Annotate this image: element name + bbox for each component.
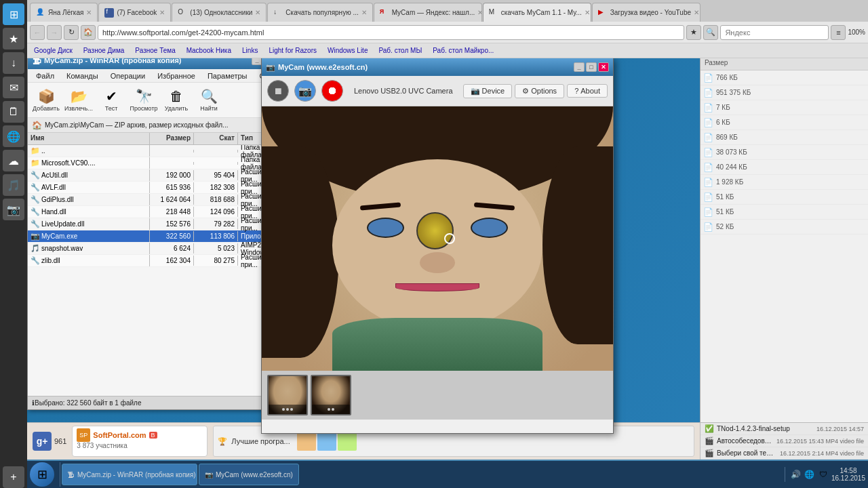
file-icon: 📷: [31, 232, 40, 240]
tray-shield-icon[interactable]: 🛡: [818, 469, 829, 480]
winrar-add-button[interactable]: 📦 Добавить: [31, 85, 62, 116]
search-input[interactable]: [720, 25, 829, 40]
winrar-delete-button[interactable]: 🗑 Удалить: [161, 85, 192, 116]
list-item[interactable]: 📄 869 КБ: [701, 130, 868, 145]
bookmark-2[interactable]: Разное Дима: [79, 46, 129, 55]
taskbar-left-icon-5[interactable]: 🗒: [3, 101, 24, 123]
table-row[interactable]: 🔧zlib.dll 162 304 80 275 Расширение при.…: [28, 255, 291, 267]
tray-network-icon[interactable]: 🌐: [804, 469, 815, 480]
list-item[interactable]: 📄 38 073 КБ: [701, 145, 868, 160]
taskbar-left-icon-8[interactable]: 🎵: [3, 174, 24, 196]
mycam-maximize-button[interactable]: □: [586, 62, 597, 72]
list-item[interactable]: 📄 51 КБ: [701, 190, 868, 205]
mycam-camera-button[interactable]: 📷: [294, 80, 316, 102]
winrar-find-button[interactable]: 🔍 Найти: [193, 85, 224, 116]
list-item[interactable]: 📄 52 КБ: [701, 220, 868, 235]
taskbar-left-icon-6[interactable]: 🌐: [3, 125, 24, 147]
bookmark-3[interactable]: Разное Тема: [131, 46, 179, 55]
start-button[interactable]: ⊞: [30, 462, 54, 487]
list-item[interactable]: ✅ TNod-1.4.2.3-final-setup 16.12.2015 14…: [701, 423, 868, 435]
upload-item-icon: 📄: [703, 148, 713, 157]
bookmark-6[interactable]: Light for Razors: [264, 46, 321, 55]
list-item[interactable]: 📄 766 КБ: [701, 70, 868, 85]
list-item[interactable]: 📄 951 375 КБ: [701, 85, 868, 100]
taskbar-left-icon-1[interactable]: ⊞: [3, 3, 24, 25]
tab-6[interactable]: М скачать MyCam 1.1 - My... ✕: [483, 3, 591, 22]
download-item-name: TNod-1.4.2.3-final-setup: [717, 425, 814, 432]
tab-1[interactable]: 👤 Яна Лёгкая ✕: [30, 3, 98, 22]
tab-5-close[interactable]: ✕: [477, 9, 482, 16]
file-size: 152 576: [150, 219, 194, 229]
tab-3-close[interactable]: ✕: [255, 9, 260, 16]
mycam-preview: [262, 106, 613, 371]
tab-4-close[interactable]: ✕: [361, 9, 367, 16]
mycam-minimize-button[interactable]: _: [574, 62, 585, 72]
list-item[interactable]: 📄 6 КБ: [701, 115, 868, 130]
thumb-2-dot: [328, 408, 330, 411]
upload-item-size: 951 375 КБ: [716, 89, 751, 96]
winrar-test-button[interactable]: ✔ Тест: [96, 85, 127, 116]
address-bar[interactable]: [98, 25, 684, 40]
mycam-device-menu[interactable]: 📷 Device: [463, 84, 513, 98]
tab-6-close[interactable]: ✕: [585, 9, 590, 16]
mycam-about-menu[interactable]: ? About: [567, 84, 608, 98]
bookmark-button[interactable]: ★: [686, 25, 701, 40]
list-item[interactable]: 📄 51 КБ: [701, 205, 868, 220]
search-icon[interactable]: 🔍: [703, 25, 718, 40]
bookmark-4[interactable]: Macbook Ника: [182, 46, 235, 55]
file-packed: 113 806: [194, 231, 238, 241]
tab-2[interactable]: f (7) Facebook ✕: [98, 3, 171, 22]
list-item[interactable]: 📄 7 КБ: [701, 100, 868, 115]
taskbar-left-icon-3[interactable]: ↓: [3, 52, 24, 74]
reload-button[interactable]: ↻: [64, 25, 79, 40]
upload-item-icon: 📄: [703, 178, 713, 187]
winrar-menu-favorites[interactable]: Избранное: [152, 71, 201, 81]
mycam-about-label: About: [580, 87, 600, 95]
winrar-view-button[interactable]: 🔭 Просмотр: [128, 85, 159, 116]
tab-7[interactable]: ▶ Загрузка видео - YouTube ✕: [592, 3, 701, 22]
bookmark-8[interactable]: Раб. стол МЫ: [374, 46, 426, 55]
tab-4[interactable]: ↓ Скачать популярную ... ✕: [267, 3, 372, 22]
list-item[interactable]: 📄 1 928 КБ: [701, 175, 868, 190]
taskbar-task[interactable]: 📷MyCam (www.e2esoft.cn): [199, 464, 299, 485]
winrar-menu-commands[interactable]: Команды: [61, 71, 104, 81]
table-row[interactable]: 🔧LiveUpdate.dll 152 576 79 282 Расширени…: [28, 218, 291, 230]
bookmark-9[interactable]: Раб. стол Майкро...: [429, 46, 498, 55]
winrar-extract-button[interactable]: 📂 Извлечь...: [63, 85, 94, 116]
tab-3[interactable]: О (13) Одноклассники ✕: [172, 3, 267, 22]
taskbar-left-icon-4[interactable]: ✉: [3, 77, 24, 98]
softportal-badge[interactable]: SP SoftPortal.com B 3 873 участника: [72, 426, 208, 457]
taskbar-task[interactable]: 🗜MyCam.zip - WinRAR (пробная копия): [62, 464, 197, 485]
list-item[interactable]: 🎬 Автособеседование по вакансии - Адм...…: [701, 435, 868, 447]
thumb-2[interactable]: [311, 375, 351, 415]
winrar-menu-operations[interactable]: Операции: [105, 71, 151, 81]
upload-item-size: 869 КБ: [716, 134, 738, 141]
taskbar-left-icon-2[interactable]: ★: [3, 28, 24, 49]
mycam-close-button[interactable]: ✕: [598, 62, 609, 72]
list-item[interactable]: 🎬 Выбери свой темп роста! 16.12.2015 2:1…: [701, 447, 868, 460]
mycam-record-button[interactable]: ⏺: [321, 80, 343, 102]
menu-button[interactable]: ≡: [831, 25, 846, 40]
bookmark-7[interactable]: Windows Lite: [323, 46, 372, 55]
mycam-options-menu[interactable]: ⚙ Options: [515, 84, 564, 98]
bookmark-5[interactable]: Links: [238, 46, 262, 55]
forward-button[interactable]: →: [47, 25, 62, 40]
winrar-menubar: Файл Команды Операции Избранное Параметр…: [28, 69, 291, 83]
home-button[interactable]: 🏠: [81, 25, 96, 40]
winrar-menu-file[interactable]: Файл: [31, 71, 60, 81]
tab-7-close[interactable]: ✕: [694, 9, 699, 16]
thumb-1[interactable]: [267, 375, 308, 415]
taskbar-left-icon-9[interactable]: 📷: [3, 199, 24, 220]
bookmark-1[interactable]: Google Диск: [30, 46, 77, 55]
mycam-stop-button[interactable]: ⏹: [267, 80, 289, 102]
taskbar-left-icon-7[interactable]: ☁: [3, 150, 24, 171]
taskbar-left-icon-bottom[interactable]: +: [3, 466, 24, 488]
back-button[interactable]: ←: [30, 25, 45, 40]
tab-1-close[interactable]: ✕: [86, 9, 92, 16]
tab-2-close[interactable]: ✕: [159, 9, 165, 16]
tray-sound-icon[interactable]: 🔊: [791, 469, 802, 480]
list-item[interactable]: 📄 40 244 КБ: [701, 160, 868, 175]
mycam-titlebar: 📷 MyCam (www.e2esoft.cn) _ □ ✕: [262, 58, 613, 76]
winrar-menu-params[interactable]: Параметры: [202, 71, 253, 81]
tab-5[interactable]: Я MyCam — Яндекс: нашл... ✕: [374, 3, 482, 22]
